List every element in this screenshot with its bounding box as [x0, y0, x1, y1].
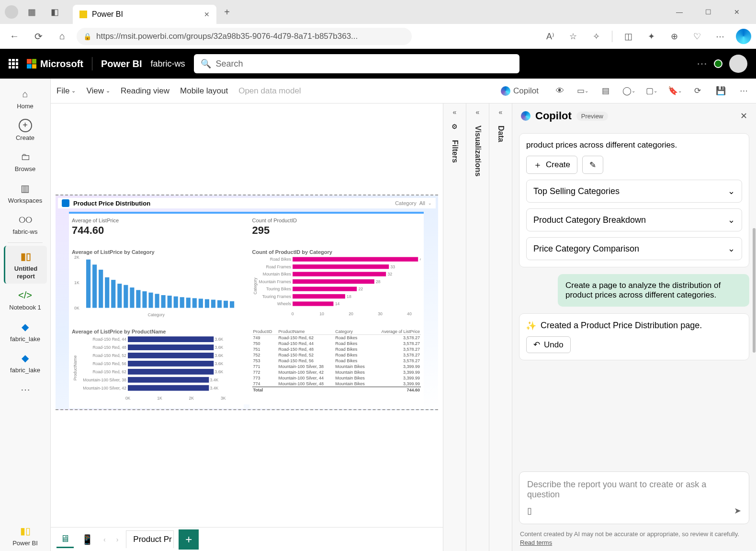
favorite-icon[interactable]: ☆	[566, 29, 580, 44]
read-aloud-icon[interactable]: A⁾	[543, 29, 557, 44]
more-icon[interactable]: ⋯	[713, 29, 727, 44]
buttons-icon[interactable]: ▢⌄	[645, 84, 658, 98]
report-canvas[interactable]: Product Price Distribution Category All …	[51, 103, 443, 527]
expand-filters-icon[interactable]: «	[453, 108, 457, 116]
text-box-icon[interactable]: ▭⌄	[576, 84, 589, 98]
workspace-name[interactable]: fabric-ws	[151, 59, 185, 69]
create-button[interactable]: ＋Create	[526, 156, 577, 174]
extensions-icon[interactable]: ✧	[589, 29, 603, 44]
filter-settings-icon[interactable]: ⚙	[451, 123, 458, 130]
menu-view[interactable]: View ⌄	[86, 86, 110, 96]
menu-file[interactable]: File ⌄	[56, 86, 76, 96]
product-name[interactable]: Power BI	[101, 58, 142, 69]
send-icon[interactable]: ➤	[734, 505, 741, 516]
global-search[interactable]: 🔍 Search	[194, 54, 519, 73]
kpi-count-productid[interactable]: Count of ProductID 295	[249, 216, 424, 244]
chart-count-by-category[interactable]: Count of ProductID by Category CategoryR…	[249, 247, 424, 324]
copilot-logo-icon	[521, 111, 530, 121]
chart-avg-by-category[interactable]: Average of ListPrice by Category 0K1K2KC…	[69, 247, 244, 324]
menu-mobile-layout[interactable]: Mobile layout	[180, 86, 228, 96]
close-tab-icon[interactable]: ✕	[204, 11, 210, 18]
minimize-button[interactable]: —	[670, 8, 689, 16]
copilot-input[interactable]: Describe the report you want to create o…	[519, 471, 749, 524]
favorites-icon[interactable]: ✦	[644, 29, 658, 44]
product-table[interactable]: ProductIDProductNameCategoryAverage of L…	[249, 327, 424, 408]
nav-workspaces[interactable]: ▥Workspaces	[4, 178, 47, 208]
nav-fabric-ws[interactable]: ୦୦fabric-ws	[4, 209, 47, 240]
new-tab-button[interactable]: +	[218, 3, 236, 21]
suggestion-price-comparison[interactable]: Price Category Comparison⌄	[526, 237, 742, 260]
address-bar[interactable]: 🔒 https://msit.powerbi.com/groups/32a98b…	[77, 28, 412, 45]
shapes-icon[interactable]: ◯⌄	[622, 84, 635, 98]
filters-pane-collapsed[interactable]: « ⚙ Filters	[443, 103, 466, 551]
suggestion-top-selling[interactable]: Top Selling Categories⌄	[526, 180, 742, 203]
home-button[interactable]: ⌂	[53, 27, 72, 46]
collections-icon[interactable]: ⊕	[667, 29, 681, 44]
nav-create[interactable]: +Create	[4, 115, 47, 146]
app-launcher-icon[interactable]	[9, 59, 18, 69]
svg-rect-48	[293, 301, 333, 306]
explore-icon[interactable]: 👁	[553, 84, 566, 98]
browser-tab[interactable]: Power BI ✕	[73, 5, 216, 24]
phone-view-icon[interactable]: 📱	[79, 531, 96, 548]
svg-rect-21	[199, 298, 203, 308]
refresh-button[interactable]: ⟳	[29, 27, 48, 46]
bookmark-icon[interactable]: 🔖⌄	[668, 84, 681, 98]
kpi-avg-listprice[interactable]: Average of ListPrice 744.60	[69, 216, 244, 244]
chart-avg-by-productname[interactable]: Average of ListPrice by ProductName Prod…	[69, 327, 244, 408]
nav-home[interactable]: ⌂Home	[4, 83, 47, 114]
copilot-browser-icon[interactable]	[736, 29, 751, 44]
tab-actions-icon[interactable]: ◧	[45, 2, 64, 22]
desktop-view-icon[interactable]: 🖥	[56, 531, 74, 548]
visual-icon[interactable]: ▤	[599, 84, 612, 98]
save-icon[interactable]: 💾	[714, 84, 727, 98]
data-pane-collapsed[interactable]: « Data	[489, 103, 512, 551]
undo-button[interactable]: ↶Undo	[526, 336, 571, 353]
expand-data-icon[interactable]: «	[499, 108, 503, 116]
edit-button[interactable]: ✎	[582, 156, 603, 174]
profile-icon[interactable]	[5, 5, 18, 19]
suggestion-category-breakdown[interactable]: Product Category Breakdown⌄	[526, 208, 742, 231]
nav-fabric-lake-2[interactable]: ◆fabric_lake	[4, 347, 47, 378]
maximize-button[interactable]: ☐	[699, 8, 718, 16]
split-screen-icon[interactable]: ◫	[621, 29, 635, 44]
menu-reading-view[interactable]: Reading view	[121, 86, 169, 96]
nav-fabric-lake-1[interactable]: ◆fabric_lake	[4, 316, 47, 347]
scrollbar-thumb[interactable]	[753, 228, 756, 353]
performance-icon[interactable]: ♡	[690, 29, 704, 44]
slicer-category[interactable]: Category All ⌄	[395, 200, 432, 206]
svg-text:40: 40	[407, 311, 412, 316]
read-terms-link[interactable]: Read terms	[520, 539, 552, 546]
suggestion-intro-text: product prices across different categori…	[526, 140, 742, 150]
close-copilot-button[interactable]: ✕	[740, 111, 747, 121]
visualizations-pane-collapsed[interactable]: « Visualizations	[466, 103, 489, 551]
user-avatar[interactable]	[729, 55, 747, 73]
nav-browse[interactable]: 🗀Browse	[4, 146, 47, 177]
nav-untitled-report[interactable]: ▮▯Untitled report	[4, 246, 47, 284]
toolbar-copilot-button[interactable]: Copilot	[496, 84, 543, 98]
nav-notebook[interactable]: </>Notebook 1	[4, 285, 47, 315]
svg-text:3.4K: 3.4K	[210, 386, 219, 390]
attach-icon[interactable]: ▯	[527, 505, 532, 516]
add-page-button[interactable]: +	[179, 529, 199, 550]
nav-powerbi[interactable]: ▮▯Power BI	[4, 520, 47, 551]
page-tab-product[interactable]: Product Pr	[126, 530, 174, 548]
svg-rect-12	[142, 291, 147, 308]
svg-text:Road-150 Red, 52: Road-150 Red, 52	[92, 353, 126, 358]
refresh-icon[interactable]: ⟳	[691, 84, 704, 98]
back-button[interactable]: ←	[5, 27, 24, 46]
window-controls: — ☐ ✕	[670, 8, 751, 16]
svg-text:2K: 2K	[74, 255, 79, 260]
next-page-button[interactable]: ›	[113, 536, 122, 543]
svg-rect-24	[217, 300, 222, 308]
svg-text:Mountain Bikes: Mountain Bikes	[262, 272, 291, 276]
close-window-button[interactable]: ✕	[727, 8, 746, 16]
svg-text:22: 22	[358, 287, 363, 291]
workspaces-icon[interactable]: ▦	[22, 2, 41, 22]
chevron-down-icon: ⌄	[728, 215, 735, 225]
nav-more[interactable]: ⋯	[4, 379, 47, 400]
prev-page-button[interactable]: ‹	[101, 536, 109, 543]
expand-viz-icon[interactable]: «	[476, 108, 480, 116]
toolbar-more-icon[interactable]: ⋯	[737, 84, 750, 98]
svg-text:Road-150 Red, 62: Road-150 Red, 62	[92, 369, 126, 374]
